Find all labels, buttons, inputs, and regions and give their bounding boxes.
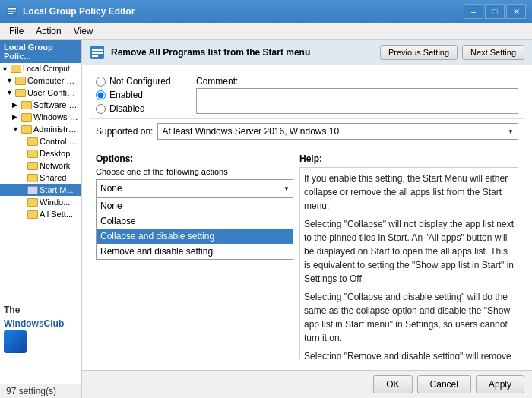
radio-label: Disabled: [109, 103, 145, 114]
menu-action[interactable]: Action: [30, 24, 67, 38]
options-instruction: Choose one of the following actions: [96, 167, 293, 176]
sidebar-label: Windows Se...: [33, 112, 80, 122]
expand-arrow: ▼: [6, 77, 15, 84]
minimize-button[interactable]: –: [464, 4, 483, 19]
folder-icon: [15, 77, 26, 85]
prev-setting-button[interactable]: Previous Setting: [380, 45, 458, 60]
expand-arrow: ▶: [12, 101, 21, 109]
dialog-nav-buttons: Previous Setting Next Setting: [380, 45, 524, 60]
radio-disabled[interactable]: Disabled: [96, 103, 187, 114]
sidebar-label: Network: [40, 161, 70, 170]
menu-file[interactable]: File: [3, 24, 30, 38]
sidebar-label: Administra...: [33, 125, 80, 134]
sidebar-item-network[interactable]: Network: [0, 160, 81, 172]
radio-options: Not Configured Enabled Disabled: [96, 76, 187, 114]
dropdown-list: None Collapse Collapse and disable setti…: [96, 197, 293, 260]
expand-arrow: ▼: [2, 65, 11, 73]
sidebar-label: Windo...: [40, 197, 70, 207]
dropdown-item-none[interactable]: None: [97, 198, 293, 213]
sidebar-item-windows-settings[interactable]: ▶ Windows Se...: [0, 111, 81, 123]
supported-text: At least Windows Server 2016, Windows 10: [162, 126, 339, 137]
sidebar-label: Shared: [40, 173, 66, 182]
dropdown-arrow-icon: ▼: [283, 185, 290, 192]
title-bar-buttons: – □ ✕: [464, 4, 526, 19]
title-bar: Local Group Policy Editor – □ ✕: [0, 0, 532, 23]
dialog-footer: OK Cancel Apply: [82, 370, 532, 398]
options-panel: Options: Choose one of the following act…: [96, 153, 293, 359]
sidebar-item-software[interactable]: ▶ Software S...: [0, 99, 81, 111]
svg-rect-2: [8, 11, 16, 12]
dropdown-current[interactable]: None ▼: [96, 179, 293, 197]
sidebar-label: User Configura...: [27, 88, 80, 97]
ok-button[interactable]: OK: [373, 375, 412, 393]
radio-not-configured[interactable]: Not Configured: [96, 76, 187, 87]
main-window: Local Group Policy Editor – □ ✕ File Act…: [0, 0, 532, 398]
sidebar-item-start-menu[interactable]: Start M...: [0, 184, 81, 196]
folder-icon: [27, 162, 38, 170]
radio-input-not-configured[interactable]: [96, 77, 106, 87]
help-label: Help:: [299, 153, 518, 164]
dialog-content: Not Configured Enabled Disabled: [82, 65, 532, 370]
title-bar-text: Local Group Policy Editor: [23, 6, 464, 17]
supported-value: At least Windows Server 2016, Windows 10…: [157, 123, 518, 140]
svg-rect-7: [92, 55, 98, 57]
radio-input-enabled[interactable]: [96, 90, 106, 100]
radio-input-disabled[interactable]: [96, 104, 106, 114]
sidebar-item-all-settings[interactable]: All Sett...: [0, 208, 81, 220]
sidebar-item-user-config[interactable]: ▼ User Configura...: [0, 87, 81, 99]
sidebar-label: Start M...: [40, 185, 74, 194]
dialog-icon: [90, 45, 105, 60]
dropdown-container: None ▼: [96, 179, 293, 197]
cancel-button[interactable]: Cancel: [417, 375, 471, 393]
comment-textarea[interactable]: [196, 88, 518, 114]
sidebar-label: Local Computer P...: [23, 65, 80, 73]
sidebar-label: All Sett...: [40, 210, 73, 219]
supported-row: Supported on: At least Windows Server 20…: [90, 119, 524, 144]
windows-club-icon: [4, 330, 27, 353]
watermark-line1: The: [4, 305, 20, 315]
sidebar-item-admin-templates[interactable]: ▼ Administra...: [0, 123, 81, 135]
supported-label: Supported on:: [96, 126, 153, 137]
menu-view[interactable]: View: [68, 24, 100, 38]
help-panel: Help: If you enable this setting, the St…: [299, 153, 518, 359]
expand-arrow: ▶: [12, 113, 21, 121]
watermark: The WindowsClub: [0, 298, 82, 357]
sidebar-item-windows-comp[interactable]: Windo...: [0, 196, 81, 208]
apply-button[interactable]: Apply: [476, 375, 524, 393]
app-icon: [6, 5, 18, 17]
folder-icon: [27, 210, 38, 219]
expand-arrow: ▼: [6, 89, 15, 96]
sidebar-item-computer-config[interactable]: ▼ Computer Con...: [0, 74, 81, 87]
dropdown-item-collapse-disable[interactable]: Collapse and disable setting: [97, 229, 293, 244]
svg-rect-5: [92, 49, 103, 51]
radio-enabled[interactable]: Enabled: [96, 90, 187, 100]
sidebar-item-control-panel[interactable]: Control P...: [0, 135, 81, 147]
status-text: 97 setting(s): [6, 386, 56, 396]
next-setting-button[interactable]: Next Setting: [462, 45, 524, 60]
folder-icon: [27, 174, 38, 182]
svg-rect-1: [8, 8, 16, 10]
folder-icon: [21, 113, 32, 122]
folder-icon: [27, 198, 38, 207]
sidebar-item-shared[interactable]: Shared: [0, 172, 81, 184]
dialog-title-text: Remove All Programs list from the Start …: [111, 47, 374, 58]
close-button[interactable]: ✕: [506, 4, 526, 19]
options-help-section: Options: Choose one of the following act…: [90, 149, 524, 364]
sidebar-label: Desktop: [40, 149, 70, 158]
menu-bar: File Action View: [0, 23, 532, 40]
radio-label: Not Configured: [109, 76, 171, 87]
expand-arrow: ▼: [12, 125, 21, 133]
comment-area: Comment:: [196, 76, 518, 114]
comment-label: Comment:: [196, 76, 518, 87]
sidebar-label: Software S...: [33, 100, 80, 109]
folder-icon: [11, 65, 21, 73]
dropdown-item-collapse[interactable]: Collapse: [97, 213, 293, 229]
dropdown-item-remove-disable[interactable]: Remove and disable setting: [97, 244, 293, 259]
sidebar-item-desktop[interactable]: Desktop: [0, 147, 81, 160]
svg-rect-6: [92, 52, 103, 54]
maximize-button[interactable]: □: [485, 4, 505, 19]
sidebar-label: Control P...: [40, 137, 80, 146]
folder-icon: [21, 125, 32, 134]
sidebar-item-local-computer[interactable]: ▼ Local Computer P...: [0, 63, 81, 74]
dialog-pane: Remove All Programs list from the Start …: [82, 40, 532, 398]
